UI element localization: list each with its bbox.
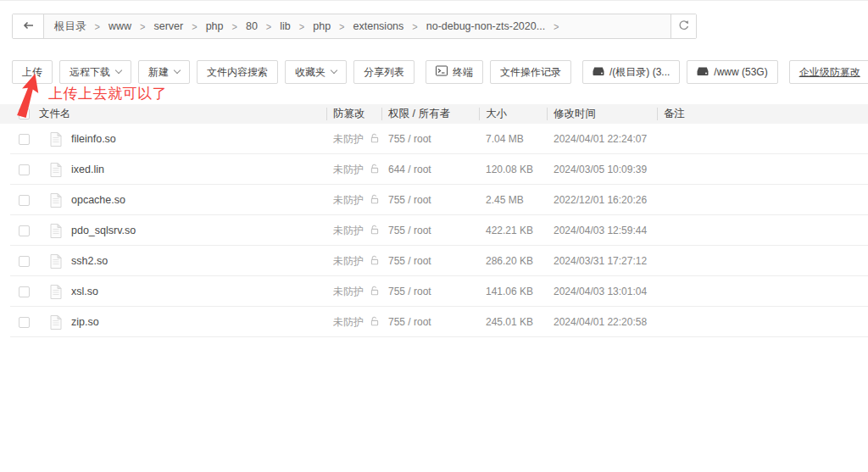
breadcrumb-separator-icon: > xyxy=(266,20,271,32)
unlock-icon xyxy=(370,255,380,268)
unlock-icon xyxy=(370,194,380,207)
modified-time: 2024/03/05 10:09:39 xyxy=(547,164,657,175)
modified-time: 2024/04/03 13:01:04 xyxy=(547,286,657,297)
breadcrumb-bar: 根目录 > www > server > php > 80 > lib > ph… xyxy=(12,14,697,39)
unlock-icon xyxy=(370,225,380,237)
file-name-cell: opcache.so xyxy=(0,193,326,208)
annotation-text: 上传上去就可以了 xyxy=(48,84,167,103)
file-size: 120.08 KB xyxy=(479,164,547,175)
refresh-icon xyxy=(678,19,690,34)
breadcrumb-item[interactable]: php xyxy=(313,20,331,32)
unlock-icon xyxy=(370,286,380,298)
refresh-button[interactable] xyxy=(670,14,696,38)
chevron-down-icon xyxy=(174,67,181,74)
breadcrumb-item[interactable]: 80 xyxy=(246,20,258,32)
back-arrow-icon xyxy=(23,20,34,33)
row-checkbox[interactable] xyxy=(19,225,30,236)
tamper-status[interactable]: 未防护 xyxy=(326,193,381,208)
file-name-cell: xsl.so xyxy=(0,285,326,299)
permission-owner: 755 / root xyxy=(381,286,479,297)
row-checkbox[interactable] xyxy=(19,195,30,206)
breadcrumb-separator-icon: > xyxy=(232,20,237,32)
row-checkbox[interactable] xyxy=(19,134,30,145)
file-icon xyxy=(50,193,62,208)
toolbar: 上传 远程下载 新建 文件内容搜索 收藏夹 分享列表 终端 文件操作记录 xyxy=(12,60,868,84)
table-row: opcache.so 未防护 755 / root 2.45 MB 2022/1… xyxy=(0,185,868,215)
permission-owner: 755 / root xyxy=(381,194,479,206)
file-table-header: 文件名 防篡改 权限 / 所有者 大小 修改时间 备注 xyxy=(0,104,868,124)
tamper-status[interactable]: 未防护 xyxy=(326,254,381,269)
unlock-icon xyxy=(370,164,380,176)
file-name-link[interactable]: ixed.lin xyxy=(71,164,104,175)
file-icon xyxy=(50,163,62,177)
annotation-arrow-icon xyxy=(11,72,47,123)
breadcrumb-item[interactable]: lib xyxy=(280,20,291,32)
file-name-link[interactable]: fileinfo.so xyxy=(71,133,116,145)
breadcrumb-item[interactable]: server xyxy=(153,20,183,32)
header-filename: 文件名 xyxy=(0,104,326,124)
terminal-icon xyxy=(436,65,448,79)
file-size: 422.21 KB xyxy=(479,225,547,236)
file-name-cell: pdo_sqlsrv.so xyxy=(0,224,326,238)
enterprise-tamper-proof-button[interactable]: 企业级防篡改 xyxy=(789,60,868,84)
breadcrumb-separator-icon: > xyxy=(95,20,100,32)
row-checkbox[interactable] xyxy=(19,286,30,297)
file-name-link[interactable]: ssh2.so xyxy=(71,255,108,267)
header-modified-time: 修改时间 xyxy=(547,104,657,124)
file-name-link[interactable]: zip.so xyxy=(71,316,99,328)
breadcrumb-item[interactable]: 根目录 xyxy=(54,19,86,34)
file-name-cell: ssh2.so xyxy=(0,254,326,269)
file-name-link[interactable]: xsl.so xyxy=(71,286,98,297)
header-tamper: 防篡改 xyxy=(326,104,381,124)
row-checkbox[interactable] xyxy=(19,317,30,328)
chevron-down-icon xyxy=(115,67,122,74)
favorites-button[interactable]: 收藏夹 xyxy=(285,60,347,84)
tamper-status[interactable]: 未防护 xyxy=(326,163,381,177)
disk-icon xyxy=(593,66,604,79)
modified-time: 2024/04/01 22:20:58 xyxy=(547,316,657,328)
file-operation-log-button[interactable]: 文件操作记录 xyxy=(490,60,571,84)
breadcrumb-separator-icon: > xyxy=(554,20,559,32)
remote-download-button[interactable]: 远程下载 xyxy=(59,60,131,84)
file-manager-page: 根目录 > www > server > php > 80 > lib > ph… xyxy=(0,0,868,472)
file-name-link[interactable]: pdo_sqlsrv.so xyxy=(71,225,136,236)
back-button[interactable] xyxy=(13,14,44,38)
row-checkbox[interactable] xyxy=(19,256,30,267)
modified-time: 2022/12/01 16:20:26 xyxy=(547,194,657,206)
disk-www-button[interactable]: /www (53G) xyxy=(687,60,777,84)
table-row: pdo_sqlsrv.so 未防护 755 / root 422.21 KB 2… xyxy=(0,215,868,246)
header-permission-owner: 权限 / 所有者 xyxy=(381,104,479,124)
breadcrumb-separator-icon: > xyxy=(339,20,344,32)
unlock-icon xyxy=(370,316,380,329)
permission-owner: 755 / root xyxy=(381,225,479,236)
chevron-down-icon xyxy=(331,67,337,74)
permission-owner: 644 / root xyxy=(381,164,479,175)
disk-icon xyxy=(697,66,709,79)
header-remark: 备注 xyxy=(657,104,868,124)
permission-owner: 755 / root xyxy=(381,316,479,328)
table-row: ixed.lin 未防护 644 / root 120.08 KB 2024/0… xyxy=(0,154,868,185)
breadcrumb-item[interactable]: extensions xyxy=(353,20,404,32)
disk-root-button[interactable]: /(根目录) (3... xyxy=(582,60,680,84)
tamper-status[interactable]: 未防护 xyxy=(326,132,381,147)
new-button[interactable]: 新建 xyxy=(138,60,190,84)
file-name-link[interactable]: opcache.so xyxy=(71,194,125,206)
tamper-status[interactable]: 未防护 xyxy=(326,285,381,299)
breadcrumb-path: 根目录 > www > server > php > 80 > lib > ph… xyxy=(44,14,670,38)
file-content-search-button[interactable]: 文件内容搜索 xyxy=(197,60,278,84)
file-size: 2.45 MB xyxy=(479,194,547,206)
tamper-status[interactable]: 未防护 xyxy=(326,315,381,330)
terminal-button[interactable]: 终端 xyxy=(426,60,483,84)
modified-time: 2024/04/01 22:24:07 xyxy=(547,133,657,145)
file-icon xyxy=(50,132,62,147)
header-size: 大小 xyxy=(479,104,547,124)
table-row: fileinfo.so 未防护 755 / root 7.04 MB 2024/… xyxy=(0,124,868,154)
breadcrumb-item[interactable]: no-debug-non-zts-2020... xyxy=(426,20,545,32)
breadcrumb-item[interactable]: php xyxy=(206,20,224,32)
share-list-button[interactable]: 分享列表 xyxy=(353,60,415,84)
tamper-status[interactable]: 未防护 xyxy=(326,224,381,238)
permission-owner: 755 / root xyxy=(381,133,479,145)
modified-time: 2024/03/31 17:27:12 xyxy=(547,255,657,267)
breadcrumb-item[interactable]: www xyxy=(108,20,131,32)
row-checkbox[interactable] xyxy=(19,164,30,175)
